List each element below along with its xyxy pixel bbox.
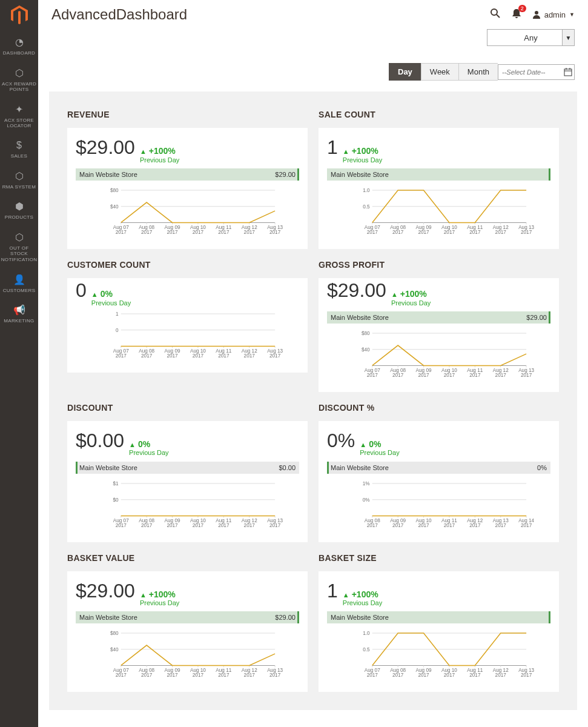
mini-chart: $40$80Aug 072017Aug 082017Aug 092017Aug … (76, 188, 299, 238)
metric-value: 1 (327, 136, 338, 159)
nav-out-of-stock-notification[interactable]: ⬡OUT OF STOCK NOTIFICATION (0, 225, 39, 268)
magento-logo[interactable] (0, 0, 38, 30)
nav-icon: ⬡ (15, 231, 24, 243)
chevron-down-icon: ▼ (562, 30, 574, 45)
svg-text:2017: 2017 (444, 230, 455, 235)
svg-text:1%: 1% (363, 481, 370, 486)
search-icon[interactable] (490, 8, 501, 22)
notification-bell[interactable]: 2 (512, 8, 521, 21)
nav-dashboard[interactable]: ◔DASHBOARD (0, 30, 39, 61)
metric-value: 1 (327, 580, 338, 602)
svg-text:2017: 2017 (116, 672, 127, 678)
nav-icon: $ (16, 140, 22, 151)
time-tab-month[interactable]: Month (458, 63, 498, 81)
trend: ▲ 0% Previous Day (360, 440, 399, 456)
metric-value: 0% (327, 430, 355, 452)
notification-count: 2 (518, 5, 526, 12)
widget-title: CUSTOMER COUNT (67, 260, 308, 270)
user-name: admin (544, 10, 566, 19)
svg-text:2017: 2017 (367, 522, 378, 528)
store-bar: Main Website Store $29.00 (327, 311, 550, 324)
mini-chart: 0%1%Aug 082017Aug 092017Aug 102017Aug 11… (327, 481, 550, 531)
svg-text:2017: 2017 (116, 230, 127, 235)
nav-marketing[interactable]: 📢MARKETING (0, 298, 39, 329)
svg-text:0%: 0% (363, 497, 370, 502)
trend: ▲ +100% Previous Day (343, 590, 382, 606)
metric-value: 0 (76, 279, 87, 302)
nav-sales[interactable]: $SALES (0, 134, 39, 164)
nav-label: CUSTOMERS (3, 288, 36, 294)
svg-text:$80: $80 (110, 188, 119, 193)
nav-icon: 👤 (13, 274, 25, 285)
nav-label: ACX STORE LOCATOR (1, 118, 37, 129)
trend: ▲ +100% Previous Day (391, 290, 431, 306)
svg-text:2017: 2017 (469, 672, 481, 678)
svg-text:$40: $40 (362, 347, 370, 353)
store-label: Main Website Store (331, 171, 389, 178)
store-label: Main Website Store (331, 614, 389, 621)
nav-icon: ✦ (15, 104, 23, 115)
caret-up-icon: ▲ (391, 291, 398, 298)
svg-text:0: 0 (116, 328, 119, 333)
svg-text:2017: 2017 (244, 522, 256, 528)
widget-title: SALE COUNT (319, 110, 559, 119)
svg-text:2017: 2017 (444, 522, 455, 528)
caret-up-icon: ▲ (360, 441, 366, 448)
widget-basketSize: BASKET SIZE 1 ▲ +100% Previous Day Main … (319, 553, 559, 692)
svg-text:2017: 2017 (193, 353, 204, 359)
svg-text:2017: 2017 (392, 373, 404, 378)
date-input[interactable] (498, 66, 562, 78)
widget-title: REVENUE (67, 110, 308, 119)
nav-products[interactable]: ⬢PRODUCTS (0, 194, 39, 225)
user-menu[interactable]: admin ▼ (532, 10, 575, 19)
nav-acx-reward-points[interactable]: ⬡ACX REWARD POINTS (0, 61, 39, 98)
svg-rect-3 (564, 69, 572, 76)
svg-text:$40: $40 (110, 204, 119, 210)
nav-acx-store-locator[interactable]: ✦ACX STORE LOCATOR (0, 98, 39, 134)
nav-icon: ⬡ (15, 170, 24, 182)
svg-text:2017: 2017 (116, 522, 127, 528)
time-tab-day[interactable]: Day (389, 63, 421, 81)
nav-label: ACX REWARD POINTS (1, 81, 37, 93)
store-bar: Main Website Store 0% (327, 462, 550, 474)
widget-basketValue: BASKET VALUE $29.00 ▲ +100% Previous Day… (67, 553, 308, 692)
store-value: $29.00 (275, 171, 296, 178)
nav-icon: ⬢ (15, 201, 24, 212)
svg-text:2017: 2017 (193, 230, 204, 235)
svg-text:2017: 2017 (269, 230, 281, 235)
widget-title: BASKET SIZE (319, 553, 559, 563)
svg-text:2017: 2017 (218, 522, 230, 528)
nav-rma-system[interactable]: ⬡RMA SYSTEM (0, 164, 39, 195)
store-label: Main Website Store (79, 171, 137, 178)
time-tab-week[interactable]: Week (421, 63, 458, 81)
calendar-icon[interactable] (562, 65, 574, 79)
svg-text:2017: 2017 (167, 230, 178, 235)
svg-text:2017: 2017 (392, 672, 404, 678)
store-scope-select[interactable]: Any ▼ (487, 29, 575, 46)
nav-label: SALES (11, 153, 27, 159)
svg-text:2017: 2017 (167, 522, 178, 528)
svg-text:$40: $40 (110, 647, 119, 652)
trend-sub: Previous Day (91, 299, 131, 307)
chevron-down-icon: ▼ (569, 12, 575, 18)
svg-text:0.5: 0.5 (363, 647, 370, 652)
nav-customers[interactable]: 👤CUSTOMERS (0, 268, 39, 299)
svg-text:2017: 2017 (469, 522, 481, 528)
svg-text:2017: 2017 (244, 353, 256, 359)
store-value: $29.00 (526, 314, 547, 321)
metric-value: $29.00 (327, 279, 386, 302)
widget-discountPct: DISCOUNT % 0% ▲ 0% Previous Day Main Web… (319, 403, 559, 542)
caret-up-icon: ▲ (343, 591, 349, 599)
caret-up-icon: ▲ (129, 441, 136, 448)
svg-text:$80: $80 (110, 631, 119, 637)
store-label: Main Website Store (79, 614, 137, 621)
trend-sub: Previous Day (140, 599, 179, 606)
nav-label: MARKETING (4, 318, 34, 324)
svg-text:2017: 2017 (141, 672, 153, 678)
svg-text:2017: 2017 (218, 672, 230, 678)
trend: ▲ +100% Previous Day (343, 147, 382, 163)
svg-text:2017: 2017 (193, 672, 204, 678)
store-bar: Main Website Store $29.00 (76, 611, 299, 623)
widget-saleCount: SALE COUNT 1 ▲ +100% Previous Day Main W… (319, 110, 559, 249)
svg-text:2017: 2017 (521, 672, 532, 678)
